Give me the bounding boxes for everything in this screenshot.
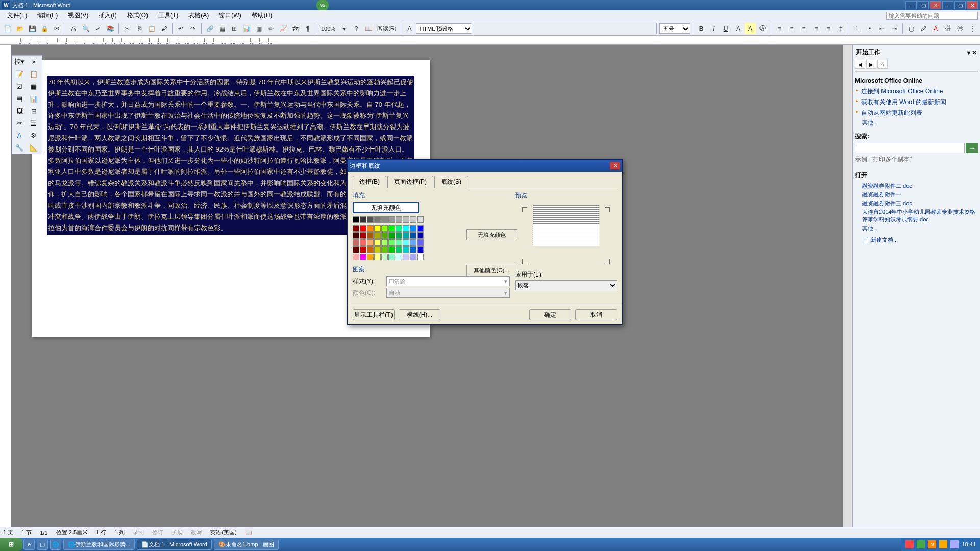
apply-to-select[interactable]: 段落 [515, 280, 617, 290]
show-toolbar-button[interactable]: 显示工具栏(T) [353, 309, 395, 320]
taskbar-item-2[interactable]: 🎨 未命名1.bmp - 画图 [214, 539, 279, 550]
tp-search-go-icon[interactable]: → [966, 143, 978, 153]
no-fill-button[interactable]: 无填充颜色 [353, 202, 419, 213]
doc-minimize-button[interactable]: – [942, 1, 953, 9]
color-swatch[interactable] [353, 232, 359, 239]
read-label[interactable]: 阅读(R) [377, 24, 396, 32]
vertical-scrollbar[interactable] [843, 45, 852, 549]
tab-shading[interactable]: 底纹(S) [434, 176, 468, 188]
print-icon[interactable]: 🖨 [68, 23, 79, 34]
doc-close-button[interactable]: ✕ [967, 1, 978, 9]
research-icon[interactable]: 📚 [105, 23, 116, 34]
color-swatch[interactable] [417, 246, 424, 253]
help-search-input[interactable] [886, 12, 978, 20]
char-shading-icon[interactable]: A [745, 23, 756, 34]
color-swatch[interactable] [388, 216, 395, 223]
menu-tools[interactable]: 工具(T) [153, 10, 183, 21]
zoom-display[interactable]: 100% [321, 26, 335, 32]
tp-link-more[interactable]: 其他... [855, 118, 978, 127]
tp-file-more[interactable]: 其他... [855, 224, 978, 233]
tray-icon-3[interactable] [939, 540, 947, 548]
menu-file[interactable]: 文件(F) [2, 10, 32, 21]
bullets-icon[interactable]: • [864, 23, 875, 34]
distribute-icon[interactable]: ≡ [823, 23, 834, 34]
zoom-dropdown-icon[interactable]: ▾ [338, 23, 350, 34]
columns-icon[interactable]: ▥ [253, 23, 264, 34]
restore-button[interactable]: ▢ [918, 1, 929, 9]
tab-borders[interactable]: 边框(B) [353, 176, 386, 188]
tool-11-icon[interactable]: ⚙ [27, 129, 41, 141]
numbering-icon[interactable]: ⒈ [852, 23, 863, 34]
tool-6-icon[interactable]: 📊 [27, 92, 41, 105]
read-mode-icon[interactable]: 📖 [363, 23, 374, 34]
color-swatch[interactable] [388, 239, 395, 246]
char-border-icon[interactable]: A [732, 23, 744, 34]
color-swatch[interactable] [410, 216, 416, 223]
status-track[interactable]: 修订 [152, 529, 163, 536]
tool-2-icon[interactable]: 📋 [27, 68, 41, 80]
status-overtype[interactable]: 改写 [191, 529, 202, 536]
indent-icon[interactable]: ⇥ [889, 23, 900, 34]
color-swatch[interactable] [410, 254, 416, 260]
underline-icon[interactable]: U [720, 23, 731, 34]
color-swatch[interactable] [410, 246, 416, 253]
horizontal-ruler[interactable]: 8642246810121416182022242628303234363840… [0, 36, 980, 45]
color-swatch[interactable] [360, 254, 366, 260]
color-swatch[interactable] [360, 216, 366, 223]
menu-help[interactable]: 帮助(H) [247, 10, 278, 21]
tp-link-news[interactable]: 获取有关使用 Word 的最新新闻 [855, 97, 978, 108]
help-icon[interactable]: ? [351, 23, 362, 34]
floating-toolbox[interactable]: 控▾× 📝📋 ☑▦ ▤📊 🖼⊞ ✏☰ A⚙ 🔧📐 [12, 55, 42, 154]
enclose-icon[interactable]: ㊥ [954, 23, 966, 34]
borders-icon[interactable]: ▢ [905, 23, 917, 34]
color-swatch[interactable] [374, 246, 381, 253]
color-swatch[interactable] [374, 232, 381, 239]
color-swatch[interactable] [396, 254, 402, 260]
color-swatch[interactable] [417, 225, 424, 232]
color-swatch[interactable] [374, 216, 381, 223]
align-left-icon[interactable]: ≡ [774, 23, 785, 34]
paste-icon[interactable]: 📋 [146, 23, 157, 34]
open-icon[interactable]: 📂 [14, 23, 26, 34]
tray-clock[interactable]: 18:41 [962, 541, 976, 547]
color-swatch[interactable] [367, 225, 374, 232]
doc-map-icon[interactable]: 🗺 [290, 23, 301, 34]
tool-8-icon[interactable]: ⊞ [27, 105, 41, 117]
align-center-icon[interactable]: ≡ [786, 23, 797, 34]
tray-icon-2[interactable] [917, 540, 925, 548]
table-border-icon[interactable]: ▦ [216, 23, 228, 34]
color-swatch[interactable] [403, 239, 409, 246]
tp-new-doc[interactable]: 📄 新建文档... [855, 236, 978, 244]
tray-icon-4[interactable] [950, 540, 959, 548]
color-swatch[interactable] [396, 232, 402, 239]
more-colors-button[interactable]: 其他颜色(O)... [466, 265, 517, 276]
tool-7-icon[interactable]: 🖼 [12, 105, 27, 117]
color-swatch[interactable] [367, 239, 374, 246]
font-color-icon[interactable]: A [930, 23, 941, 34]
color-swatch[interactable] [403, 246, 409, 253]
char-scale-icon[interactable]: Ⓐ [757, 23, 768, 34]
toolbox-grip-icon[interactable]: 控▾ [12, 56, 27, 68]
quick-launch-desktop-icon[interactable]: ▢ [37, 539, 48, 550]
cut-icon[interactable]: ✂ [121, 23, 133, 34]
color-swatch[interactable] [396, 216, 402, 223]
tp-search-input[interactable] [855, 143, 965, 153]
color-swatch[interactable] [403, 254, 409, 260]
status-record[interactable]: 录制 [133, 529, 144, 536]
quick-launch-ie-icon[interactable]: e [23, 539, 35, 550]
tool-3-icon[interactable]: ☑ [12, 80, 27, 92]
color-swatch[interactable] [374, 225, 381, 232]
tool-13-icon[interactable]: 📐 [27, 141, 41, 154]
redo-icon[interactable]: ↷ [187, 23, 199, 34]
color-swatch[interactable] [360, 225, 366, 232]
tp-link-update[interactable]: 自动从网站更新此列表 [855, 108, 978, 118]
tp-file-3[interactable]: 大连市2014年中小学幼儿园教师专业技术资格评审学科知识考试纲要.doc [855, 208, 978, 224]
tool-10-icon[interactable]: ☰ [27, 117, 41, 129]
pinyin-icon[interactable]: 拼 [942, 23, 953, 34]
font-size-select[interactable]: 五号 [659, 23, 690, 34]
align-right-icon[interactable]: ≡ [798, 23, 810, 34]
color-swatch[interactable] [388, 246, 395, 253]
excel-icon[interactable]: 📊 [241, 23, 252, 34]
tool-5-icon[interactable]: ▤ [12, 92, 27, 105]
color-swatch[interactable] [367, 216, 374, 223]
